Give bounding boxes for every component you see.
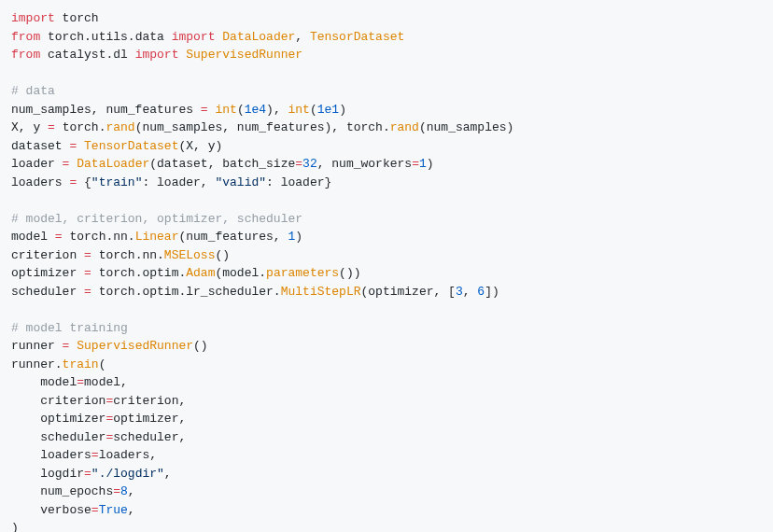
code-line: optimizer = torch.optim.Adam(model.param…: [11, 264, 762, 283]
token-fn: MultiStepLR: [281, 285, 361, 299]
token-txt: ): [339, 103, 346, 117]
code-line: verbose=True,: [11, 501, 762, 520]
token-num: 3: [456, 285, 463, 299]
token-kw: import: [135, 48, 179, 62]
code-line: # model, criterion, optimizer, scheduler: [11, 210, 762, 229]
code-block: import torchfrom torch.utils.data import…: [11, 9, 762, 532]
code-line: criterion=criterion,: [11, 392, 762, 411]
token-fn: Adam: [186, 266, 215, 280]
token-txt: logdir: [11, 467, 84, 481]
token-fn: train: [63, 357, 99, 371]
token-kw: =: [48, 120, 55, 134]
token-kw: from: [11, 30, 40, 44]
token-fn: TensorDataset: [310, 30, 404, 44]
token-txt: optimizer: [11, 266, 84, 280]
token-txt: (num_features,: [178, 230, 288, 244]
token-txt: criterion,: [113, 394, 186, 408]
token-txt: ): [11, 521, 19, 532]
token-fn: DataLoader: [77, 157, 149, 171]
token-kw: =: [201, 103, 208, 117]
token-kw: =: [412, 157, 419, 171]
code-line: loader = DataLoader(dataset, batch_size=…: [11, 155, 762, 174]
token-txt: num_samples, num_features: [11, 103, 201, 117]
token-txt: ,: [128, 503, 135, 517]
token-num: 1: [419, 157, 427, 171]
token-txt: ): [427, 157, 434, 171]
token-com: # data: [11, 84, 55, 98]
token-txt: (X, y): [178, 139, 222, 153]
token-kw: =: [55, 230, 63, 244]
token-txt: criterion: [11, 248, 84, 262]
token-kw: =: [84, 285, 91, 299]
token-txt: (model.: [215, 266, 266, 280]
code-line: from catalyst.dl import SupervisedRunner: [11, 46, 762, 64]
code-line: import torch: [11, 9, 762, 28]
token-fn: DataLoader: [222, 30, 295, 44]
token-txt: loaders: [11, 175, 69, 189]
code-line: loaders=loaders,: [11, 446, 762, 465]
token-txt: (num_samples): [419, 120, 513, 134]
token-txt: : loader,: [142, 175, 215, 189]
token-kw: import: [11, 11, 55, 25]
token-txt: optimizer: [11, 412, 105, 426]
token-fn: SupervisedRunner: [186, 48, 302, 62]
token-txt: (dataset, batch_size: [149, 157, 295, 171]
token-num: 1e4: [245, 103, 266, 117]
token-fn: parameters: [266, 266, 339, 280]
token-kw: from: [11, 48, 40, 62]
token-txt: catalyst.dl: [40, 48, 134, 62]
token-txt: (): [193, 339, 208, 353]
code-line: X, y = torch.rand(num_samples, num_featu…: [11, 119, 762, 137]
token-kw: =: [113, 484, 120, 498]
token-txt: ]): [485, 285, 499, 299]
token-txt: torch.optim.: [91, 266, 186, 280]
token-txt: loaders,: [99, 448, 157, 462]
token-txt: (): [215, 248, 230, 262]
code-line: [11, 301, 762, 319]
token-kw: =: [84, 266, 91, 280]
code-line: # model training: [11, 319, 762, 338]
token-fn: Linear: [135, 230, 179, 244]
token-com: # model training: [11, 321, 128, 335]
token-kw: import: [172, 30, 216, 44]
token-txt: scheduler: [11, 430, 105, 444]
token-txt: torch.nn.: [63, 230, 135, 244]
token-txt: , num_workers: [317, 157, 412, 171]
code-line: # data: [11, 82, 762, 101]
token-txt: model: [11, 375, 77, 389]
token-txt: model: [11, 230, 55, 244]
token-kw: =: [84, 248, 91, 262]
token-txt: [77, 139, 84, 153]
token-txt: torch: [55, 11, 99, 25]
token-fn: rand: [105, 120, 134, 134]
code-line: num_samples, num_features = int(1e4), in…: [11, 101, 762, 119]
token-txt: (optimizer, [: [361, 285, 456, 299]
code-line: optimizer=optimizer,: [11, 410, 762, 428]
token-fn: MSELoss: [164, 248, 216, 262]
token-txt: loader: [11, 157, 63, 171]
token-txt: dataset: [11, 139, 69, 153]
token-txt: ,: [463, 285, 478, 299]
token-str: "valid": [215, 175, 266, 189]
token-txt: model,: [84, 375, 128, 389]
code-line: model = torch.nn.Linear(num_features, 1): [11, 228, 762, 246]
token-kw: =: [295, 157, 302, 171]
code-line: scheduler = torch.optim.lr_scheduler.Mul…: [11, 283, 762, 301]
token-str: "./logdir": [91, 467, 164, 481]
token-kw: =: [91, 448, 99, 462]
token-txt: criterion: [11, 394, 105, 408]
token-txt: num_epochs: [11, 484, 113, 498]
token-txt: ()): [339, 266, 360, 280]
token-txt: ,: [295, 30, 310, 44]
token-fn: int: [215, 103, 236, 117]
token-num: 32: [302, 157, 317, 171]
code-line: logdir="./logdir",: [11, 465, 762, 483]
code-line: scheduler=scheduler,: [11, 428, 762, 447]
token-txt: (: [99, 357, 106, 371]
token-txt: verbose: [11, 503, 91, 517]
token-fn: TensorDataset: [84, 139, 178, 153]
token-txt: torch.optim.lr_scheduler.: [91, 285, 281, 299]
token-txt: ),: [266, 103, 288, 117]
token-kw: =: [77, 375, 84, 389]
token-txt: {: [77, 175, 91, 189]
